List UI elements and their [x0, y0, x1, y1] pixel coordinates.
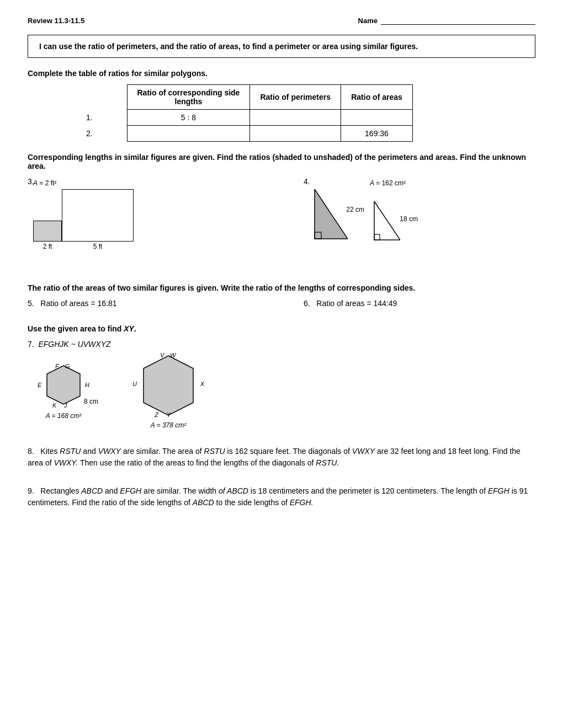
- prob5-text: Ratio of areas = 16:81: [40, 299, 116, 308]
- right-triangle-svg: [370, 201, 400, 244]
- row2-col3: 169:36: [341, 126, 413, 142]
- info-box: I can use the ratio of perimeters, and t…: [28, 35, 535, 58]
- prob3: 3. A = 2 ft² 2 ft 5 ft: [28, 177, 259, 250]
- prob4-left-triangle: 22 cm: [309, 189, 348, 246]
- section4-heading: Use the given area to find XY.: [28, 324, 535, 333]
- large-rectangle: [62, 189, 134, 242]
- name-line: Name: [358, 17, 535, 25]
- prob9: 9. Rectangles ABCD and EFGH are similar.…: [28, 485, 535, 508]
- prob4: 4. A = 162 cm² 22 cm: [304, 177, 535, 250]
- row2-col1: [127, 126, 250, 142]
- section6: 9. Rectangles ABCD and EFGH are similar.…: [28, 485, 535, 508]
- prob4-side1-label: 22 cm: [346, 206, 364, 213]
- table-row: 1. 5 : 8: [55, 110, 413, 126]
- prob7-side-label: 8 cm: [84, 398, 98, 405]
- right-hexagon-svg: [132, 353, 204, 419]
- right-hex-wrap: V W U X Z Y A = 378 cm²: [132, 353, 204, 429]
- section4: Use the given area to find XY. 7. EFGHJK…: [28, 324, 535, 429]
- vertex-y: Y: [167, 411, 171, 418]
- left-hexagon-svg: [39, 363, 88, 410]
- section2: Corresponding lengths in similar figures…: [28, 153, 535, 250]
- ratio-table: Ratio of corresponding sidelengths Ratio…: [55, 84, 413, 142]
- row1-col3: [341, 110, 413, 126]
- prob7-area2: A = 378 cm²: [151, 421, 187, 429]
- vertex-z: Z: [155, 411, 158, 418]
- prob4-area-label: A = 162 cm²: [370, 179, 406, 187]
- prob3-number: 3.: [28, 177, 259, 186]
- prob7-header: 7. EFGHJK ~ UVWXYZ: [28, 340, 535, 349]
- info-text: I can use the ratio of perimeters, and t…: [39, 42, 418, 51]
- section3: The ratio of the areas of two similar fi…: [28, 283, 535, 308]
- svg-marker-4: [47, 366, 80, 404]
- vertex-u: U: [132, 381, 137, 387]
- prob3-labels: 2 ft 5 ft: [33, 243, 134, 250]
- section3-heading: The ratio of the areas of two similar fi…: [28, 283, 535, 292]
- name-label: Name: [358, 17, 378, 25]
- prob3-figures: [33, 189, 134, 242]
- prob8: 8. Kites RSTU and VWXY are similar. The …: [28, 446, 535, 469]
- table-row: 2. 169:36: [55, 126, 413, 142]
- prob6-number: 6.: [304, 299, 314, 308]
- prob3-area-label: A = 2 ft²: [33, 179, 56, 187]
- prob6: 6. Ratio of areas = 144:49: [304, 299, 535, 308]
- col1-header: Ratio of corresponding sidelengths: [127, 85, 250, 110]
- vertex-f: F: [55, 363, 59, 370]
- small-rectangle: [33, 221, 62, 242]
- prob7: 7. EFGHJK ~ UVWXYZ F G E H K J 8 cm: [28, 340, 535, 429]
- prob5: 5. Ratio of areas = 16:81: [28, 299, 259, 308]
- row1-label: 1.: [55, 110, 127, 126]
- prob4-right-triangle: 18 cm: [370, 201, 400, 246]
- prob5-number: 5.: [28, 299, 38, 308]
- hex-row: F G E H K J 8 cm A = 168 cm² V W: [39, 353, 535, 429]
- col2-header: Ratio of perimeters: [250, 85, 341, 110]
- name-underline: [381, 17, 535, 25]
- section1-heading: Complete the table of ratios for similar…: [28, 69, 535, 78]
- vertex-x: X: [200, 381, 204, 387]
- prob4-side2-label: 18 cm: [400, 215, 418, 223]
- col3-header: Ratio of areas: [341, 85, 413, 110]
- vertex-e: E: [38, 382, 41, 388]
- vertex-g: G: [65, 363, 70, 370]
- review-label: Review 11.3-11.5: [28, 17, 84, 25]
- header: Review 11.3-11.5 Name: [28, 17, 535, 25]
- vertex-v: V: [160, 352, 164, 358]
- vertex-h: H: [85, 382, 89, 388]
- col-empty: [55, 85, 127, 110]
- prob3-4-row: 3. A = 2 ft² 2 ft 5 ft 4. A = 162 cm²: [28, 177, 535, 250]
- row2-col2: [250, 126, 341, 142]
- prob6-text: Ratio of areas = 144:49: [316, 299, 397, 308]
- prob7-area1: A = 168 cm²: [46, 412, 82, 420]
- section5: 8. Kites RSTU and VWXY are similar. The …: [28, 446, 535, 469]
- section1: Complete the table of ratios for similar…: [28, 69, 535, 142]
- section2-heading: Corresponding lengths in similar figures…: [28, 153, 535, 170]
- vertex-k: K: [52, 402, 56, 409]
- prob4-number: 4.: [304, 177, 535, 186]
- vertex-w: W: [170, 352, 176, 358]
- svg-marker-5: [144, 356, 193, 415]
- vertex-j: J: [64, 402, 67, 409]
- row1-col1: 5 : 8: [127, 110, 250, 126]
- prob5-6-row: 5. Ratio of areas = 16:81 6. Ratio of ar…: [28, 299, 535, 308]
- prob3-label2: 5 ft: [62, 243, 134, 250]
- row1-col2: [250, 110, 341, 126]
- row2-label: 2.: [55, 126, 127, 142]
- left-triangle-svg: [309, 189, 348, 244]
- svg-marker-0: [315, 189, 348, 239]
- left-hex-wrap: F G E H K J 8 cm A = 168 cm²: [39, 363, 88, 420]
- prob3-label1: 2 ft: [33, 243, 62, 250]
